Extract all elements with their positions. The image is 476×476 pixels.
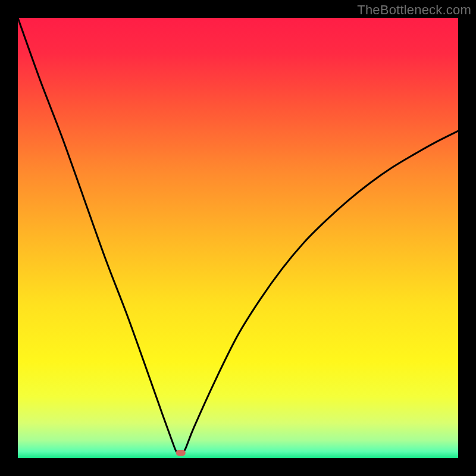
gradient-background: [18, 18, 458, 458]
chart-svg: [18, 18, 458, 458]
chart-frame: TheBottleneck.com: [0, 0, 476, 476]
plot-area: [18, 18, 458, 458]
watermark-text: TheBottleneck.com: [357, 2, 471, 18]
optimal-point-marker: [176, 450, 186, 456]
